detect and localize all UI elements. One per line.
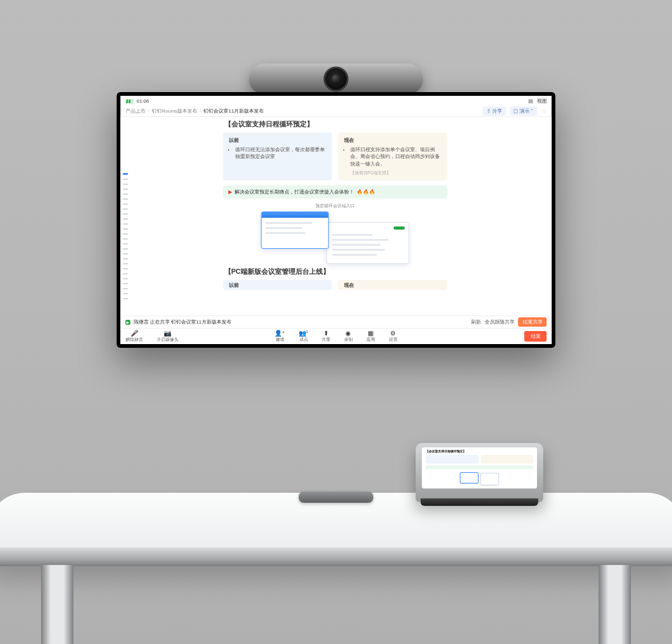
desk-leg-left — [41, 565, 73, 644]
camera-button[interactable]: 📷̸ 开启摄像头 — [157, 330, 179, 343]
tablet-doc-title: 【会议室支持日程循环预定】 — [426, 450, 533, 453]
status-bar: ▮▮▯ 01:06 ▤ 视图 — [121, 96, 552, 106]
share-icon: ⇪ — [487, 108, 492, 114]
settings-button[interactable]: ⚙ 设置 — [389, 330, 398, 343]
breadcrumb-row: 产品上市 / 钉钉Rooms版本发布 / 钉钉会议室11月新版本发布 ⇪ 分享 … — [121, 106, 552, 117]
share-label: 分享 — [492, 108, 502, 114]
document-body: 【会议室支持日程循环预定】 以前 循环日程无法添加会议室，每次都需要单独重新预定… — [223, 119, 447, 290]
desk-edge — [0, 548, 672, 566]
after-label-2: 现在 — [344, 282, 442, 289]
invite-label: 邀请 — [276, 337, 284, 343]
camera-lens — [324, 67, 348, 91]
flag-icon: ▶ — [228, 189, 232, 195]
members-button[interactable]: 👥1 成员 — [299, 330, 308, 343]
after-label: 现在 — [344, 137, 442, 144]
record-label: 录制 — [344, 337, 353, 343]
view-icon[interactable]: ▤ — [528, 98, 533, 104]
apps-label: 应用 — [366, 337, 375, 343]
present-label: 演示 — [520, 108, 530, 114]
tablet-panels — [426, 455, 533, 464]
apps-icon: ▦ — [368, 330, 373, 337]
invite-button[interactable]: 👤⁺ 邀请 — [274, 330, 285, 343]
stop-share-button[interactable]: 结束共享 — [518, 317, 547, 327]
tablet-panel-before — [426, 455, 478, 464]
crumb-1[interactable]: 产品上市 — [126, 108, 146, 114]
panel-after-2: 现在 — [338, 280, 447, 290]
members-label: 成员 — [299, 337, 308, 343]
share-screen-button[interactable]: ⬆ 共享 — [322, 330, 330, 343]
crumb-sep: / — [148, 108, 149, 114]
settings-label: 设置 — [389, 337, 398, 343]
before-label-2: 以前 — [229, 282, 327, 289]
tablet-screen[interactable]: 【会议室支持日程循环预定】 — [422, 447, 537, 488]
tablet-panel-after — [481, 455, 534, 464]
members-icon: 👥1 — [299, 330, 308, 337]
present-icon: ▢ — [513, 108, 520, 114]
comparison-panels-1: 以前 循环日程无法添加会议室，每次都需要单独重新预定会议室 现在 循环日程支持添… — [223, 133, 447, 180]
panel-after: 现在 循环日程支持添加单个会议室、项目例会、周会省心预约，日程自动同步到设备快速… — [338, 133, 447, 180]
invite-icon: 👤⁺ — [274, 330, 285, 337]
share-status-bar: ▶ 陈继言 正在共享 钉钉会议室11月新版本发布 刷新 全员跟随共享 结束共享 — [121, 315, 552, 328]
webcam-hardware — [249, 63, 423, 95]
presenter-name: 陈继言 — [134, 319, 149, 325]
gear-icon: ⚙ — [390, 330, 396, 337]
tablet-base — [421, 498, 538, 506]
tablet-figure — [426, 471, 533, 487]
screen: ▮▮▯ 01:06 ▤ 视图 产品上市 / 钉钉Rooms版本发布 / 钉钉会议… — [121, 96, 552, 344]
desk-leg-right — [599, 565, 631, 644]
section1-title: 【会议室支持日程循环预定】 — [225, 119, 447, 129]
camera-label: 开启摄像头 — [157, 337, 179, 343]
fire-emoji: 🔥🔥🔥 — [357, 189, 375, 195]
section2-title: 【PC端新版会议室管理后台上线】 — [225, 267, 447, 276]
tv-display: ▮▮▯ 01:06 ▤ 视图 产品上市 / 钉钉Rooms版本发布 / 钉钉会议… — [117, 92, 556, 348]
share-status-text: 正在共享 钉钉会议室11月新版本发布 — [150, 319, 231, 325]
record-icon: ◉ — [345, 330, 351, 337]
chevron-down-icon: ˅ — [530, 108, 533, 114]
before-label: 以前 — [229, 137, 327, 144]
view-label[interactable]: 视图 — [537, 98, 547, 105]
crumb-2[interactable]: 钉钉Rooms版本发布 — [152, 108, 197, 114]
panel-before: 以前 循环日程无法添加会议室，每次都需要单独重新预定会议室 — [223, 133, 332, 180]
before-item: 循环日程无法添加会议室，每次都需要单独重新预定会议室 — [235, 146, 327, 160]
record-button[interactable]: ◉ 录制 — [344, 330, 353, 343]
illustration-figure: 预定循环会议端入口 — [223, 203, 447, 267]
refresh-button[interactable]: 刷新 — [471, 319, 481, 325]
comparison-panels-2: 以前 现在 — [223, 280, 447, 290]
meeting-controls: 🎤̸ 解除静音 📷̸ 开启摄像头 👤⁺ 邀请 👥1 成员 ⬆ — [121, 328, 552, 344]
figure-caption: 预定循环会议端入口 — [315, 203, 355, 209]
camera-off-icon: 📷̸ — [164, 330, 171, 337]
highlight-text: 解决会议室预定长期痛点，打通会议室便捷入会体验！ — [235, 189, 354, 195]
tablet-controller: 【会议室支持日程循环预定】 — [416, 443, 543, 502]
document-content: 【会议室支持日程循环预定】 以前 循环日程无法添加会议室，每次都需要单独重新预定… — [121, 117, 552, 315]
favorite-star[interactable]: ☆ — [541, 108, 547, 114]
panel-before-2: 以前 — [223, 280, 332, 290]
share-screen-icon: ⬆ — [324, 330, 329, 337]
highlight-callout: ▶ 解决会议室预定长期痛点，打通会议室便捷入会体验！ 🔥🔥🔥 — [223, 185, 447, 198]
mock-window-a — [261, 212, 329, 249]
tablet-highlight — [426, 465, 533, 469]
mic-muted-icon: 🎤̸ — [131, 330, 138, 337]
apps-button[interactable]: ▦ 应用 — [366, 330, 375, 343]
mock-window-b — [326, 222, 409, 264]
touchpad-device — [299, 492, 373, 503]
after-note: 【当前仅PC端支持】 — [350, 170, 442, 176]
figure-mock — [261, 212, 409, 265]
present-button[interactable]: ▢ 演示 ˅ — [510, 106, 537, 116]
header-tools: ⇪ 分享 ▢ 演示 ˅ ☆ — [483, 106, 547, 116]
follow-share-button[interactable]: 全员跟随共享 — [485, 319, 515, 325]
signal-icon: ▮▮▯ — [126, 98, 133, 104]
live-indicator-icon: ▶ — [126, 320, 131, 325]
after-item: 循环日程支持添加单个会议室、项目例会、周会省心预约，日程自动同步到设备快速一键入… — [350, 146, 442, 167]
crumb-sep: / — [200, 108, 201, 114]
outline-minimap[interactable] — [123, 173, 128, 303]
end-call-button[interactable]: 结束 — [525, 331, 547, 342]
mute-label: 解除静音 — [126, 337, 143, 343]
share-button[interactable]: ⇪ 分享 — [483, 106, 506, 116]
mute-button[interactable]: 🎤̸ 解除静音 — [126, 330, 143, 343]
share-screen-label: 共享 — [322, 337, 330, 343]
clock-time: 01:06 — [137, 98, 149, 104]
crumb-current: 钉钉会议室11月新版本发布 — [203, 108, 264, 114]
members-count: 1 — [306, 330, 308, 334]
breadcrumb: 产品上市 / 钉钉Rooms版本发布 / 钉钉会议室11月新版本发布 — [126, 108, 264, 114]
